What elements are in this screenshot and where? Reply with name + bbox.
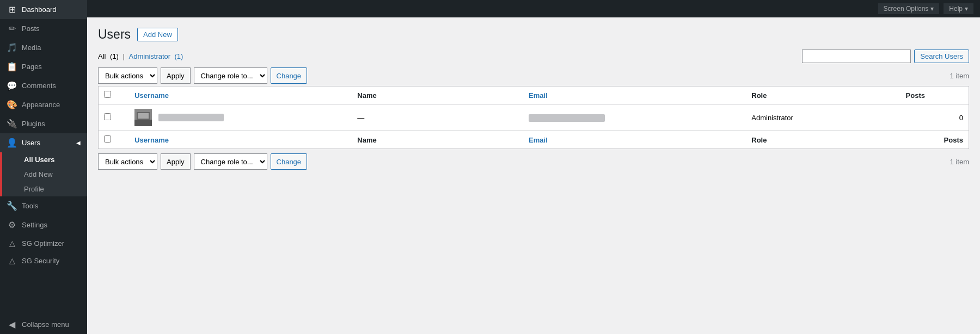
change-role-bottom-select[interactable]: Change role to... [194,153,267,170]
col-header-name: Name [352,86,523,104]
settings-icon: ⚙ [7,220,17,230]
screen-options-button[interactable]: Screen Options ▾ [878,3,940,14]
screen-options-label: Screen Options [884,5,929,13]
sidebar-collapse-button[interactable]: ◀ Collapse menu [0,315,87,334]
table-row: — Administrator 0 [99,104,969,131]
sidebar-item-label: Users [22,139,40,147]
svg-rect-2 [138,113,149,119]
bottom-toolbar-left: Bulk actions Apply Change role to... Cha… [98,153,307,170]
comments-icon: 💬 [7,81,17,91]
sidebar-item-pages[interactable]: 📋 Pages [0,57,87,76]
sidebar-item-label: Media [22,44,41,52]
bulk-actions-top-select[interactable]: Bulk actions [98,67,157,84]
users-submenu: All Users Add New Profile [0,152,87,196]
item-count-bottom: 1 item [950,158,969,166]
submenu-item-all-users[interactable]: All Users [2,152,87,167]
filter-all-count: (1) [108,52,119,60]
col-footer-email[interactable]: Email [523,131,746,149]
select-all-checkbox[interactable] [104,91,111,98]
col-footer-name: Name [352,131,523,149]
help-arrow-icon: ▾ [965,5,968,13]
sidebar-item-appearance[interactable]: 🎨 Appearance [0,95,87,114]
sidebar-item-sg-security[interactable]: △ SG Security [0,252,87,269]
col-header-username[interactable]: Username [129,86,352,104]
filter-administrator-link[interactable]: Administrator (1) [129,52,183,60]
svg-rect-3 [134,120,152,126]
col-header-email[interactable]: Email [523,86,746,104]
sidebar-item-label: Posts [22,24,40,33]
col-header-checkbox [99,86,130,104]
collapse-icon: ◀ [7,319,17,330]
sidebar-item-comments[interactable]: 💬 Comments [0,76,87,95]
search-input[interactable] [802,50,911,63]
users-table: Username Name Email Role Posts [98,86,969,149]
dashboard-icon: ⊞ [7,4,17,15]
item-count-top: 1 item [950,72,969,80]
sidebar-item-settings[interactable]: ⚙ Settings [0,215,87,234]
change-role-top-select[interactable]: Change role to... [194,67,267,84]
sidebar-item-posts[interactable]: ✏ Posts [0,19,87,38]
sg-optimizer-icon: △ [7,239,17,248]
apply-top-button[interactable]: Apply [161,67,191,84]
row-role-cell: Administrator [746,104,900,131]
sidebar-item-label: Comments [22,82,56,90]
sidebar-item-plugins[interactable]: 🔌 Plugins [0,114,87,133]
sidebar-item-media[interactable]: 🎵 Media [0,38,87,57]
apply-bottom-button[interactable]: Apply [161,153,191,170]
sidebar-item-dashboard[interactable]: ⊞ Dashboard [0,0,87,19]
row-name-value: — [357,114,364,122]
help-label: Help [949,5,963,13]
collapse-label: Collapse menu [22,320,69,329]
row-checkbox[interactable] [104,113,111,120]
row-checkbox-cell [99,104,130,131]
main-content: Screen Options ▾ Help ▾ Users Add New Al… [87,0,980,334]
search-box: Search Users [802,50,969,63]
toolbar-left: Bulk actions Apply Change role to... Cha… [98,67,307,84]
table-header-row: Username Name Email Role Posts [99,86,969,104]
sidebar-item-label: Pages [22,63,42,71]
sidebar-item-sg-optimizer[interactable]: △ SG Optimizer [0,234,87,252]
sidebar-item-label: Appearance [22,101,60,109]
content-area: Users Add New All (1) | Administrator (1… [87,17,980,334]
sidebar-item-label: SG Optimizer [22,239,64,248]
users-arrow-icon: ◀ [76,140,81,146]
posts-icon: ✏ [7,23,17,34]
help-button[interactable]: Help ▾ [944,3,973,14]
page-title: Users [98,27,131,42]
sidebar-item-label: Dashboard [22,5,57,14]
sidebar-item-tools[interactable]: 🔧 Tools [0,196,87,215]
page-header: Users Add New [98,27,969,42]
users-icon: 👤 [7,138,17,148]
tools-icon: 🔧 [7,201,17,211]
avatar-image [134,109,152,126]
sidebar: ⊞ Dashboard ✏ Posts 🎵 Media 📋 Pages 💬 Co… [0,0,87,334]
col-footer-role: Role [746,131,900,149]
search-users-button[interactable]: Search Users [914,50,969,63]
change-top-button[interactable]: Change [271,67,308,84]
col-footer-posts: Posts [901,131,969,149]
sidebar-item-label: SG Security [22,257,59,265]
row-role-value: Administrator [751,114,793,122]
submenu-item-profile[interactable]: Profile [2,182,87,196]
sg-security-icon: △ [7,256,17,265]
sidebar-item-label: Tools [22,202,38,210]
bulk-actions-bottom-select[interactable]: Bulk actions [98,153,157,170]
avatar [134,109,152,126]
top-toolbar: Bulk actions Apply Change role to... Cha… [98,67,969,84]
sidebar-item-users[interactable]: 👤 Users ◀ [0,133,87,152]
row-username-cell [129,104,352,131]
change-bottom-button[interactable]: Change [271,153,308,170]
topbar: Screen Options ▾ Help ▾ [87,0,980,17]
col-header-role: Role [746,86,900,104]
row-email-cell [523,104,746,131]
username-blurred [158,114,224,121]
sidebar-item-label: Plugins [22,120,45,128]
row-posts-cell: 0 [901,104,969,131]
email-blurred [529,114,605,122]
col-footer-checkbox [99,131,130,149]
submenu-item-add-new[interactable]: Add New [2,167,87,182]
col-footer-username[interactable]: Username [129,131,352,149]
filter-separator: | [121,52,127,60]
select-all-footer-checkbox[interactable] [104,135,111,143]
add-new-button[interactable]: Add New [137,28,178,41]
